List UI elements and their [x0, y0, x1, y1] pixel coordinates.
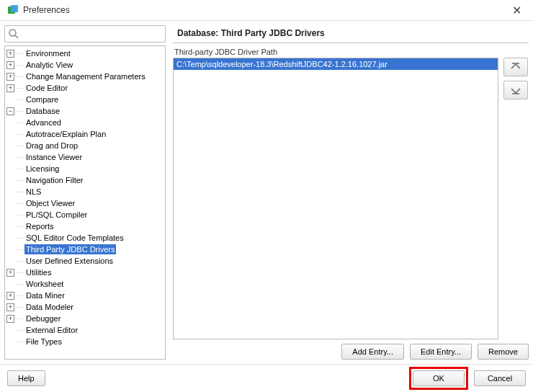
tree-node-debugger[interactable]: +⋯Debugger: [5, 313, 165, 324]
cancel-button[interactable]: Cancel: [474, 370, 526, 386]
tree-node-utilities[interactable]: +⋯Utilities: [5, 267, 165, 278]
svg-point-2: [9, 30, 16, 36]
divider: [173, 43, 529, 43]
panel-title: Database: Third Party JDBC Drivers: [173, 25, 529, 43]
tree-node-jdbc[interactable]: ⋯Third Party JDBC Drivers: [5, 244, 165, 255]
tree-node-database[interactable]: −⋯Database: [5, 105, 165, 117]
help-button[interactable]: Help: [7, 370, 45, 386]
svg-rect-1: [11, 5, 18, 12]
tree-node-plsql[interactable]: ⋯PL/SQL Compiler: [5, 209, 165, 220]
tree-node-change-mgmt[interactable]: +⋯Change Management Parameters: [5, 71, 165, 82]
ok-highlight: OK: [409, 367, 468, 390]
add-entry-button[interactable]: Add Entry...: [341, 344, 404, 360]
tree-node-worksheet[interactable]: ⋯Worksheet: [5, 278, 165, 290]
tree-node-dragdrop[interactable]: ⋯Drag and Drop: [5, 140, 165, 151]
ok-button[interactable]: OK: [413, 370, 465, 386]
search-icon: [8, 28, 19, 40]
remove-button[interactable]: Remove: [478, 344, 529, 360]
tree-node-reports[interactable]: ⋯Reports: [5, 220, 165, 232]
driver-path-list[interactable]: C:\Temp\sqldeveloper-18.3\RedshiftJDBC42…: [173, 58, 498, 339]
svg-line-3: [15, 35, 18, 38]
window-titlebar: Preferences ✕: [0, 0, 533, 20]
dialog-footer: Help OK Cancel: [0, 365, 533, 392]
tree-node-analytic-view[interactable]: +⋯Analytic View: [5, 59, 165, 71]
app-icon: [7, 4, 19, 16]
tree-node-objviewer[interactable]: ⋯Object Viewer: [5, 197, 165, 209]
close-icon[interactable]: ✕: [508, 2, 526, 19]
tree-node-userdef[interactable]: ⋯User Defined Extensions: [5, 255, 165, 267]
edit-entry-button[interactable]: Edit Entry...: [410, 344, 472, 360]
tree-node-sqledit[interactable]: ⋯SQL Editor Code Templates: [5, 232, 165, 244]
tree-node-advanced[interactable]: ⋯Advanced: [5, 117, 165, 128]
tree-node-file-types[interactable]: ⋯File Types: [5, 336, 165, 347]
tree-node-autotrace[interactable]: ⋯Autotrace/Explain Plan: [5, 128, 165, 140]
search-input[interactable]: [22, 27, 165, 41]
tree-node-code-editor[interactable]: +⋯Code Editor: [5, 82, 165, 94]
tree-node-external-editor[interactable]: ⋯External Editor: [5, 324, 165, 336]
tree-node-compare[interactable]: ⋯Compare: [5, 94, 165, 105]
preferences-tree[interactable]: +⋯Environment +⋯Analytic View +⋯Change M…: [4, 45, 166, 360]
tree-node-nls[interactable]: ⋯NLS: [5, 186, 165, 197]
search-field[interactable]: [4, 25, 166, 43]
move-down-button[interactable]: [503, 81, 528, 99]
tree-node-licensing[interactable]: ⋯Licensing: [5, 163, 165, 174]
move-up-button[interactable]: [503, 58, 528, 76]
tree-node-data-miner[interactable]: +⋯Data Miner: [5, 290, 165, 301]
list-item[interactable]: C:\Temp\sqldeveloper-18.3\RedshiftJDBC42…: [174, 58, 498, 70]
tree-node-environment[interactable]: +⋯Environment: [5, 48, 165, 59]
path-label: Third-party JDBC Driver Path: [173, 48, 529, 56]
tree-node-data-modeler[interactable]: +⋯Data Modeler: [5, 301, 165, 313]
tree-node-navfilter[interactable]: ⋯Navigation Filter: [5, 174, 165, 186]
tree-node-instance[interactable]: ⋯Instance Viewer: [5, 151, 165, 163]
window-title: Preferences: [23, 5, 70, 15]
